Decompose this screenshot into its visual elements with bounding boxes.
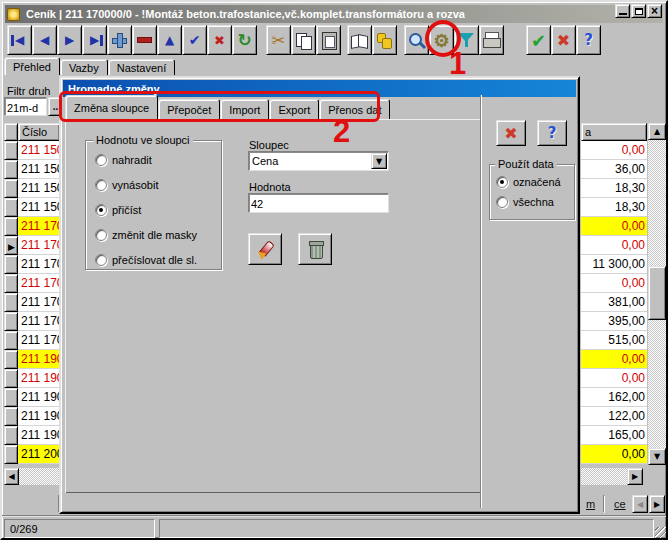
number-cell[interactable]: 211 170 <box>18 236 60 255</box>
row-selector[interactable]: ▶ <box>4 236 18 255</box>
row-selector[interactable] <box>4 217 18 236</box>
number-cell[interactable]: 211 150 <box>18 141 60 160</box>
number-cell[interactable]: 211 170 <box>18 293 60 312</box>
value-mode-radio[interactable] <box>95 154 107 166</box>
price-cell[interactable]: 0,00 <box>581 141 647 160</box>
value-mode-radio[interactable] <box>95 179 107 191</box>
paste-button[interactable] <box>316 25 341 55</box>
price-cell[interactable]: 0,00 <box>581 350 647 369</box>
row-selector[interactable] <box>4 331 18 350</box>
filter-input[interactable] <box>4 97 47 116</box>
number-cell[interactable]: 211 200 <box>18 445 60 464</box>
value-mode-option[interactable]: přičíst <box>95 204 197 216</box>
filter-input-field[interactable] <box>5 100 46 117</box>
vscroll-thumb[interactable] <box>648 266 666 320</box>
cut-button[interactable] <box>266 25 291 55</box>
vscroll-up-button[interactable]: ▲ <box>648 123 666 140</box>
column-combobox[interactable]: Cena ▼ <box>248 151 389 171</box>
price-cell[interactable]: 165,00 <box>581 426 647 445</box>
price-cell[interactable]: 0,00 <box>581 217 647 236</box>
number-cell[interactable]: 211 190 <box>18 407 60 426</box>
resize-grip[interactable] <box>655 527 667 539</box>
row-selector[interactable] <box>4 407 18 426</box>
price-cell[interactable]: 515,00 <box>581 331 647 350</box>
price-cell[interactable]: 18,30 <box>581 179 647 198</box>
row-selector[interactable] <box>4 274 18 293</box>
execute-button[interactable] <box>248 233 282 265</box>
price-cell[interactable]: 11 300,00 <box>581 255 647 274</box>
number-cell[interactable]: 211 150 <box>18 160 60 179</box>
catalog-button[interactable] <box>347 25 372 55</box>
price-cell[interactable]: 395,00 <box>581 312 647 331</box>
number-cell[interactable]: 211 150 <box>18 179 60 198</box>
dialog-close-button[interactable] <box>496 120 526 146</box>
sheet-prev-button[interactable]: ◀ <box>632 495 648 513</box>
edit-record-button[interactable] <box>157 25 182 55</box>
row-selector[interactable] <box>4 179 18 198</box>
first-record-button[interactable] <box>7 25 32 55</box>
value-mode-radio[interactable] <box>95 254 107 266</box>
confirm-record-button[interactable] <box>182 25 207 55</box>
number-cell[interactable]: 211 170 <box>18 312 60 331</box>
row-selector[interactable] <box>4 198 18 217</box>
row-selector[interactable] <box>4 445 18 464</box>
row-selector[interactable] <box>4 312 18 331</box>
number-cell[interactable]: 211 190 <box>18 388 60 407</box>
use-data-radio[interactable] <box>496 176 508 188</box>
storno-button[interactable] <box>551 25 576 55</box>
number-cell[interactable]: 211 190 <box>18 350 60 369</box>
sheet-link-ce[interactable]: ce <box>614 498 626 510</box>
value-mode-radio[interactable] <box>95 204 107 216</box>
price-cell[interactable]: 0,00 <box>581 369 647 388</box>
cancel-record-button[interactable] <box>207 25 232 55</box>
tab-vazby[interactable]: Vazby <box>60 59 108 75</box>
number-cell[interactable]: 211 150 <box>18 198 60 217</box>
number-cell[interactable]: 211 190 <box>18 369 60 388</box>
value-mode-option[interactable]: změnit dle masky <box>95 229 197 241</box>
number-cell[interactable]: 211 170 <box>18 274 60 293</box>
price-cell[interactable]: 0,00 <box>581 445 647 464</box>
row-selector[interactable] <box>4 388 18 407</box>
number-cell[interactable]: 211 170 <box>18 255 60 274</box>
hscroll-left-button[interactable]: ◀ <box>4 468 19 485</box>
dialog-help-button[interactable] <box>537 120 567 146</box>
print-button[interactable] <box>479 25 504 55</box>
value-mode-option[interactable]: nahradit <box>95 154 197 166</box>
ok-button[interactable] <box>526 25 551 55</box>
price-cell[interactable]: 36,00 <box>581 160 647 179</box>
hscroll-track-left[interactable] <box>19 468 60 485</box>
use-data-option[interactable]: označená <box>496 176 561 188</box>
tab-nastavení[interactable]: Nastavení <box>108 59 176 75</box>
combobox-dropdown-button[interactable]: ▼ <box>371 153 387 169</box>
next-record-button[interactable] <box>57 25 82 55</box>
row-selector[interactable] <box>4 426 18 445</box>
delete-record-button[interactable] <box>132 25 157 55</box>
value-input[interactable] <box>248 193 389 213</box>
price-cell[interactable]: 162,00 <box>581 388 647 407</box>
last-record-button[interactable] <box>82 25 107 55</box>
use-data-radio[interactable] <box>496 196 508 208</box>
row-selector[interactable] <box>4 141 18 160</box>
price-cell[interactable]: 0,00 <box>581 274 647 293</box>
tab-přehled[interactable]: Přehled <box>4 57 60 75</box>
copy-button[interactable] <box>291 25 316 55</box>
value-input-field[interactable] <box>249 195 388 213</box>
row-selector[interactable] <box>4 293 18 312</box>
number-cell[interactable]: 211 190 <box>18 426 60 445</box>
price-column-header[interactable]: a <box>581 123 647 141</box>
price-cell[interactable]: 122,00 <box>581 407 647 426</box>
vscroll-down-button[interactable]: ▼ <box>648 448 666 465</box>
price-cell[interactable]: 0,00 <box>581 236 647 255</box>
row-selector[interactable] <box>4 160 18 179</box>
row-selector[interactable] <box>4 369 18 388</box>
row-selector[interactable] <box>4 350 18 369</box>
seal-button[interactable] <box>372 25 397 55</box>
number-column-header[interactable]: Číslo <box>18 123 60 141</box>
previous-record-button[interactable] <box>32 25 57 55</box>
row-selector[interactable] <box>4 255 18 274</box>
number-cell[interactable]: 211 170 <box>18 217 60 236</box>
refresh-button[interactable] <box>232 25 257 55</box>
number-cell[interactable]: 211 170 <box>18 331 60 350</box>
help-button[interactable] <box>576 25 601 55</box>
value-mode-option[interactable]: přečíslovat dle sl. <box>95 254 197 266</box>
